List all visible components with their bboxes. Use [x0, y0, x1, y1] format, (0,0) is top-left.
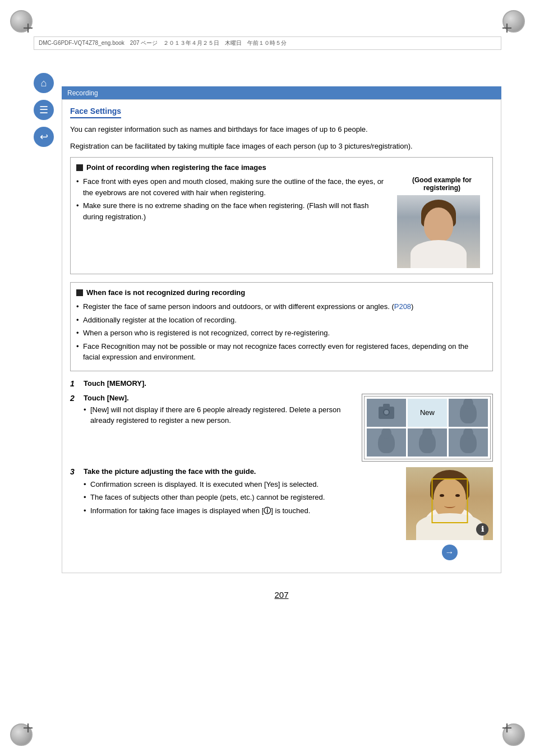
face-grid-container: New — [362, 394, 493, 462]
face-cell-new: New — [408, 399, 447, 427]
content-box: Face Settings You can register informati… — [62, 99, 501, 573]
step-2-inner: Touch [New]. [New] will not display if t… — [84, 394, 493, 462]
not-recognized-bullet-1: Register the face of same person indoors… — [76, 301, 487, 312]
face-silhouette-4 — [460, 432, 477, 453]
face-cell-camera — [367, 399, 406, 427]
face-silhouette-3 — [419, 432, 436, 453]
step-2-row: 2 Touch [New]. [New] will not display if… — [70, 394, 493, 462]
cross-br — [502, 723, 511, 732]
section-header: Recording — [62, 86, 501, 99]
step-3-num: 3 — [70, 467, 84, 476]
step-2-bullet-1: [New] will not display if there are 6 pe… — [84, 404, 353, 426]
step-2-bullets: [New] will not display if there are 6 pe… — [84, 404, 353, 426]
step3-arrow: → — [442, 545, 458, 560]
face-not-recognized-title: When face is not recognized during recor… — [76, 288, 487, 297]
step-1-title: Touch [MEMORY]. — [84, 379, 146, 388]
step-3-title: Take the picture adjusting the face with… — [84, 467, 256, 476]
not-recognized-bullet-4: Face Recognition may not be possible or … — [76, 341, 487, 363]
sidebar-document-icon[interactable]: ☰ — [34, 100, 54, 120]
step-2-num: 2 — [70, 394, 84, 403]
cross-tr — [502, 24, 511, 33]
intro-text-2: Registration can be facilitated by takin… — [70, 141, 493, 152]
face-not-recognized-bullets: Register the face of same person indoors… — [76, 301, 487, 363]
face-settings-title: Face Settings — [70, 107, 121, 118]
face-cell-3 — [449, 399, 488, 427]
face-cell-5 — [408, 428, 447, 457]
step-3-inner: Take the picture adjusting the face with… — [84, 467, 493, 560]
sidebar-back-icon[interactable]: ↩ — [34, 127, 54, 147]
point-of-recording-title-text: Point of recording when registering the … — [86, 163, 266, 172]
good-example-photo — [397, 195, 480, 268]
point-of-recording-bullets: Face front with eyes open and mouth clos… — [76, 176, 389, 222]
bullet-item-1: Face front with eyes open and mouth clos… — [76, 176, 389, 198]
step-2-content: Touch [New]. [New] will not display if t… — [84, 394, 493, 462]
good-example-caption: (Good example for registering) — [397, 176, 487, 192]
section-header-label: Recording — [67, 89, 98, 97]
p208-link[interactable]: P208 — [394, 302, 411, 311]
steps-section: 1 Touch [MEMORY]. 2 Touch [New]. [New] w… — [70, 379, 493, 560]
point-of-recording-text: Face front with eyes open and mouth clos… — [76, 176, 389, 268]
step-3-photo-col: ℹ → — [406, 467, 493, 560]
step3-info-icon: ℹ — [476, 523, 488, 536]
step-3-bullet-3: Information for taking face images is di… — [84, 505, 397, 517]
step-2-title: Touch [New]. — [84, 394, 129, 402]
face-cell-6 — [449, 428, 488, 457]
top-bar: DMC-G6PDF-VQT4Z78_eng.book 207 ページ ２０１３年… — [34, 36, 501, 50]
cross-tl — [24, 24, 33, 33]
point-of-recording-box: Point of recording when registering the … — [70, 157, 493, 274]
step-3-bullets: Confirmation screen is displayed. It is … — [84, 479, 397, 517]
arrow-right-circle[interactable]: → — [442, 545, 458, 560]
intro-text-1: You can register information such as nam… — [70, 124, 493, 135]
bullet-item-2: Make sure there is no extreme shading on… — [76, 200, 389, 222]
top-bar-text: DMC-G6PDF-VQT4Z78_eng.book 207 ページ ２０１３年… — [39, 39, 287, 47]
point-of-recording-content: Face front with eyes open and mouth clos… — [76, 176, 487, 268]
step-3-text: Take the picture adjusting the face with… — [84, 467, 397, 519]
step-1-num: 1 — [70, 379, 84, 388]
step-1-row: 1 Touch [MEMORY]. — [70, 379, 493, 388]
step-2-text: Touch [New]. [New] will not display if t… — [84, 394, 353, 428]
face-not-recognized-title-text: When face is not recognized during recor… — [86, 288, 245, 297]
page-number: 207 — [62, 590, 501, 600]
black-square-icon-2 — [76, 289, 83, 296]
face-guide-rectangle — [431, 478, 468, 523]
main-content: Recording Face Settings You can register… — [62, 86, 501, 600]
face-silhouette-1 — [460, 402, 477, 423]
step-3-bullet-1: Confirmation screen is displayed. It is … — [84, 479, 397, 490]
step-3-photo: ℹ — [406, 467, 493, 540]
not-recognized-bullet-3: When a person who is registered is not r… — [76, 328, 487, 339]
step-3-bullet-2: The faces of subjects other than people … — [84, 492, 397, 503]
face-silhouette-2 — [378, 432, 395, 453]
face-not-recognized-box: When face is not recognized during recor… — [70, 282, 493, 371]
step-1-content: Touch [MEMORY]. — [84, 379, 493, 388]
good-example-col: (Good example for registering) — [397, 176, 487, 268]
info-icon-inline: ⓘ — [264, 506, 271, 515]
step-3-content: Take the picture adjusting the face with… — [84, 467, 493, 560]
point-of-recording-title: Point of recording when registering the … — [76, 163, 487, 172]
face-grid: New — [364, 396, 491, 459]
black-square-icon — [76, 164, 83, 171]
sidebar-home-icon[interactable]: ⌂ — [34, 73, 54, 93]
not-recognized-bullet-2: Additionally register at the location of… — [76, 315, 487, 326]
step-3-row: 3 Take the picture adjusting the face wi… — [70, 467, 493, 560]
face-cell-4 — [367, 428, 406, 457]
new-label: New — [420, 408, 435, 417]
left-sidebar: ⌂ ☰ ↩ — [34, 73, 54, 147]
cross-bl — [24, 723, 33, 732]
